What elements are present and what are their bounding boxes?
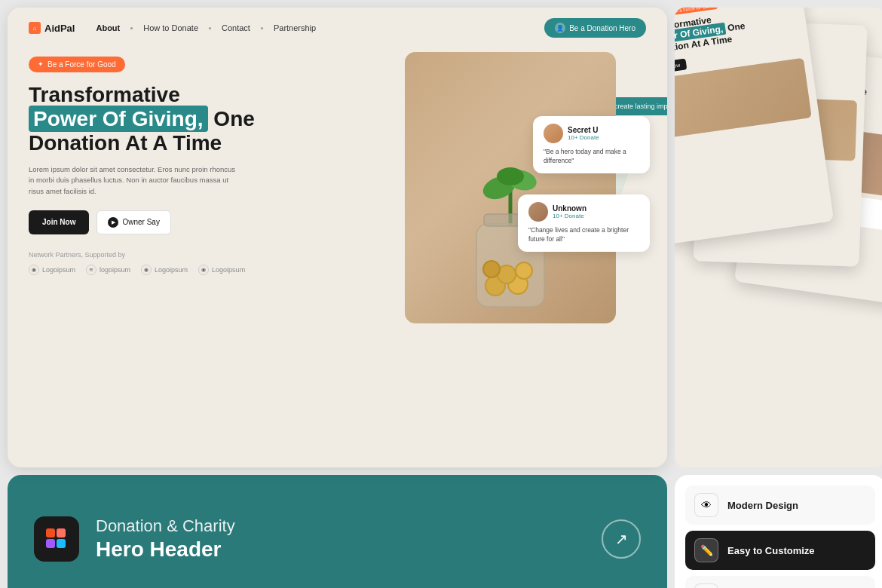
partners-section: Network Partners, Supported by ◉ Logoips… (29, 251, 375, 275)
unknown-user-sub: 10+ Donate (553, 213, 586, 219)
main-preview-card: ⌂ AidPal About How to Donate Contact Par… (8, 8, 667, 467)
logo-icon: ⌂ (29, 22, 41, 34)
owner-say-button[interactable]: ▶ Owner Say (96, 210, 170, 234)
secret-user-name: Secret U (568, 126, 599, 134)
partner-2: ≋ logoipsum (86, 265, 130, 275)
secret-user-quote: "Be a hero today and make a difference" (544, 148, 639, 166)
hero-right: ▶ Change lives and create lasting impact (390, 56, 646, 323)
unknown-user-name: Unknown (553, 204, 586, 213)
hero-badge: ✦ Be a Force for Good (29, 57, 125, 72)
hero-image (405, 52, 616, 323)
svg-rect-14 (57, 539, 66, 548)
hero-left: ✦ Be a Force for Good Transformative Pow… (29, 56, 390, 323)
unknown-user-quote: "Change lives and create a brighter futu… (528, 226, 639, 244)
title-main: Hero Header (96, 537, 585, 562)
feature-modern-design[interactable]: 👁 Modern Design (685, 485, 875, 525)
nav-dot-2 (209, 27, 211, 29)
title-banner: Donation & Charity Hero Header ↗ (8, 475, 667, 588)
nav-dot-3 (261, 27, 263, 29)
nav-about[interactable]: About (96, 23, 120, 32)
hero-buttons: Join Now ▶ Owner Say (29, 210, 375, 234)
edit-icon: ✏️ (694, 538, 718, 562)
hero-highlight: Power Of Giving, (29, 106, 208, 132)
star-icon: ✦ (38, 60, 44, 68)
feature-label-customize: Easy to Customize (727, 545, 815, 556)
navbar: ⌂ AidPal About How to Donate Contact Par… (8, 8, 667, 48)
arrow-button[interactable]: ↗ (602, 519, 641, 559)
hero-description: Lorem ipsum dolor sit amet consectetur. … (29, 164, 240, 197)
svg-rect-13 (57, 528, 66, 537)
hero-title: Transformative Power Of Giving, One Dona… (29, 83, 375, 156)
figma-icon (34, 516, 79, 562)
partners-logos: ◉ Logoipsum ≋ logoipsum ◉ Logoipsum ◉ Lo… (29, 265, 375, 275)
floating-card-unknown: Unknown 10+ Donate "Change lives and cre… (518, 194, 650, 252)
title-category: Donation & Charity (96, 516, 585, 536)
partner-1: ◉ Logoipsum (29, 265, 75, 275)
nav-partnership[interactable]: Partnership (274, 23, 316, 32)
partner-4: ◉ Logoipsum (198, 265, 245, 275)
feature-organize-layer[interactable]: ⧉ Organize Layer (685, 576, 875, 588)
partner-3: ◉ Logoipsum (141, 265, 188, 275)
nav-dot-1 (130, 27, 133, 29)
feature-label-modern: Modern Design (727, 500, 798, 511)
svg-point-9 (483, 261, 500, 277)
feature-list: 👁 Modern Design ✏️ Easy to Customize ⧉ O… (675, 475, 882, 588)
nav-logo: ⌂ AidPal (29, 22, 75, 34)
secret-user-sub: 10+ Donate (568, 134, 599, 141)
logo-text: AidPal (44, 23, 75, 34)
join-now-button[interactable]: Join Now (29, 210, 89, 234)
svg-point-3 (497, 167, 524, 185)
mockup-stack: AidPal Be a Force for Good Transformativ… (675, 8, 882, 467)
svg-rect-12 (46, 539, 55, 548)
mockup-background: AidPal Be a Force for Good Transformativ… (675, 8, 882, 467)
floating-card-secret: Secret U 10+ Donate "Be a hero today and… (533, 116, 650, 173)
play-icon: ▶ (108, 217, 118, 228)
feature-easy-customize[interactable]: ✏️ Easy to Customize (685, 531, 875, 570)
svg-point-10 (516, 262, 532, 279)
partners-label: Network Partners, Supported by (29, 251, 375, 259)
eye-icon: 👁 (694, 493, 718, 517)
nav-links: About How to Donate Contact Partnership (96, 23, 531, 32)
svg-rect-11 (46, 528, 55, 537)
layers-icon: ⧉ (694, 583, 718, 588)
person-icon: 👤 (555, 23, 565, 33)
nav-contact[interactable]: Contact (222, 23, 250, 32)
title-text-wrap: Donation & Charity Hero Header (96, 516, 585, 562)
nav-cta-button[interactable]: 👤 Be a Donation Hero (544, 18, 646, 38)
hero-section: ✦ Be a Force for Good Transformative Pow… (8, 48, 667, 338)
nav-donate[interactable]: How to Donate (143, 23, 198, 32)
